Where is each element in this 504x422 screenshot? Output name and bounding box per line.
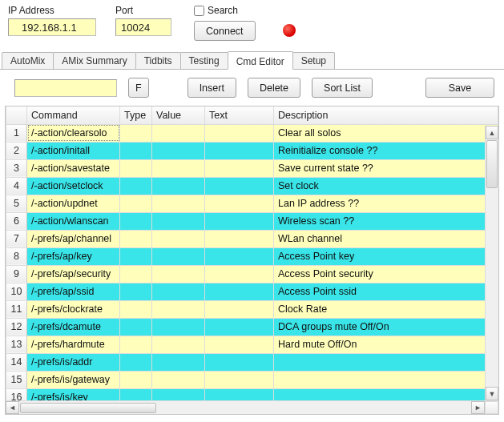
vertical-scroll-track[interactable] (486, 189, 498, 387)
cell-type[interactable] (120, 212, 152, 230)
row-number[interactable]: 16 (6, 388, 27, 400)
cell-type[interactable] (120, 142, 152, 159)
search-checkbox-row[interactable]: Search (194, 5, 256, 16)
table-row[interactable]: 12/-prefs/dcamuteDCA groups mute Off/On (6, 318, 498, 336)
cell-text[interactable] (205, 265, 274, 283)
scroll-up-icon[interactable]: ▲ (486, 126, 498, 139)
cell-description[interactable]: Access Point security (274, 265, 498, 283)
insert-button[interactable]: Insert (187, 78, 236, 98)
cell-text[interactable] (205, 212, 274, 230)
cell-description[interactable]: Access Point ssid (274, 283, 498, 300)
table-row[interactable]: 11/-prefs/clockrateClock Rate (6, 300, 498, 318)
filter-input[interactable] (14, 79, 117, 97)
header-command[interactable]: Command (27, 107, 120, 124)
table-row[interactable]: 9/-prefs/ap/securityAccess Point securit… (6, 265, 498, 283)
row-number[interactable]: 13 (6, 336, 27, 353)
tab-setup[interactable]: Setup (292, 52, 335, 69)
cell-value[interactable] (152, 353, 205, 371)
cell-value[interactable] (152, 388, 205, 400)
cell-text[interactable] (205, 283, 274, 300)
cell-description[interactable]: Clock Rate (274, 300, 498, 318)
scroll-left-icon[interactable]: ◄ (6, 401, 19, 414)
cell-description[interactable] (274, 388, 498, 400)
cell-value[interactable] (152, 318, 205, 336)
row-number[interactable]: 1 (6, 124, 27, 142)
row-number[interactable]: 15 (6, 371, 27, 388)
cell-command[interactable]: /-prefs/ap/ssid (27, 283, 120, 300)
cell-text[interactable] (205, 124, 274, 142)
table-row[interactable]: 6/-action/wlanscanWireless scan ?? (6, 212, 498, 230)
header-value[interactable]: Value (152, 107, 205, 124)
cell-description[interactable] (274, 353, 498, 371)
row-number[interactable]: 5 (6, 195, 27, 212)
cell-text[interactable] (205, 300, 274, 318)
cell-text[interactable] (205, 336, 274, 353)
vertical-scroll-thumb[interactable] (486, 140, 498, 188)
tab-tidbits[interactable]: Tidbits (135, 52, 181, 69)
scroll-down-icon[interactable]: ▼ (486, 387, 498, 400)
tab-automix[interactable]: AutoMix (2, 52, 54, 69)
cell-type[interactable] (120, 388, 152, 400)
cell-value[interactable] (152, 283, 205, 300)
cell-value[interactable] (152, 336, 205, 353)
table-row[interactable]: 4/-action/setclockSet clock (6, 177, 498, 195)
cell-value[interactable] (152, 195, 205, 212)
row-number[interactable]: 6 (6, 212, 27, 230)
cell-command[interactable]: /-prefs/is/gateway (27, 371, 120, 388)
cell-text[interactable] (205, 318, 274, 336)
table-row[interactable]: 14/-prefs/is/addr (6, 353, 498, 371)
cell-description[interactable]: Wireless scan ?? (274, 212, 498, 230)
cell-command[interactable]: /-prefs/is/key (27, 388, 120, 400)
grid-table[interactable]: Command Type Value Text Description 1/-a… (6, 107, 498, 400)
row-number[interactable]: 14 (6, 353, 27, 371)
cell-description[interactable]: Hard mute Off/On (274, 336, 498, 353)
table-row[interactable]: 7/-prefs/ap/channelWLan channel (6, 230, 498, 247)
horizontal-scroll-thumb[interactable] (20, 403, 156, 413)
horizontal-scroll-track[interactable] (19, 401, 471, 414)
cell-text[interactable] (205, 353, 274, 371)
row-number[interactable]: 7 (6, 230, 27, 247)
row-number[interactable]: 2 (6, 142, 27, 159)
tab-amix-summary[interactable]: AMix Summary (53, 52, 135, 69)
cell-value[interactable] (152, 300, 205, 318)
ip-input[interactable] (8, 18, 96, 36)
table-row[interactable]: 10/-prefs/ap/ssidAccess Point ssid (6, 283, 498, 300)
table-row[interactable]: 15/-prefs/is/gateway (6, 371, 498, 388)
cell-command[interactable]: /-action/clearsolo (27, 124, 120, 142)
table-row[interactable]: 16/-prefs/is/key (6, 388, 498, 400)
table-row[interactable]: 8/-prefs/ap/keyAccess Point key (6, 247, 498, 265)
cell-text[interactable] (205, 177, 274, 195)
table-row[interactable]: 5/-action/updnetLan IP address ?? (6, 195, 498, 212)
cell-type[interactable] (120, 177, 152, 195)
table-row[interactable]: 1/-action/clearsoloClear all solos (6, 124, 498, 142)
cell-text[interactable] (205, 388, 274, 400)
connect-button[interactable]: Connect (194, 21, 256, 41)
scroll-right-icon[interactable]: ► (471, 401, 485, 414)
cell-text[interactable] (205, 142, 274, 159)
cell-type[interactable] (120, 159, 152, 177)
cell-command[interactable]: /-action/savestate (27, 159, 120, 177)
cell-command[interactable]: /-prefs/dcamute (27, 318, 120, 336)
cell-text[interactable] (205, 159, 274, 177)
cell-command[interactable]: /-action/updnet (27, 195, 120, 212)
cell-value[interactable] (152, 230, 205, 247)
row-number[interactable]: 8 (6, 247, 27, 265)
sort-button[interactable]: Sort List (312, 78, 373, 98)
cell-command[interactable]: /-prefs/clockrate (27, 300, 120, 318)
cell-description[interactable]: WLan channel (274, 230, 498, 247)
header-description[interactable]: Description (274, 107, 498, 124)
cell-command[interactable]: /-prefs/ap/key (27, 247, 120, 265)
header-rownum[interactable] (6, 107, 27, 124)
cell-text[interactable] (205, 230, 274, 247)
cell-type[interactable] (120, 265, 152, 283)
filter-button[interactable]: F (128, 78, 149, 98)
header-text[interactable]: Text (205, 107, 274, 124)
cell-value[interactable] (152, 142, 205, 159)
row-number[interactable]: 3 (6, 159, 27, 177)
cell-type[interactable] (120, 124, 152, 142)
cell-text[interactable] (205, 371, 274, 388)
port-input[interactable] (115, 18, 171, 36)
cell-command[interactable]: /-prefs/ap/channel (27, 230, 120, 247)
row-number[interactable]: 4 (6, 177, 27, 195)
row-number[interactable]: 12 (6, 318, 27, 336)
